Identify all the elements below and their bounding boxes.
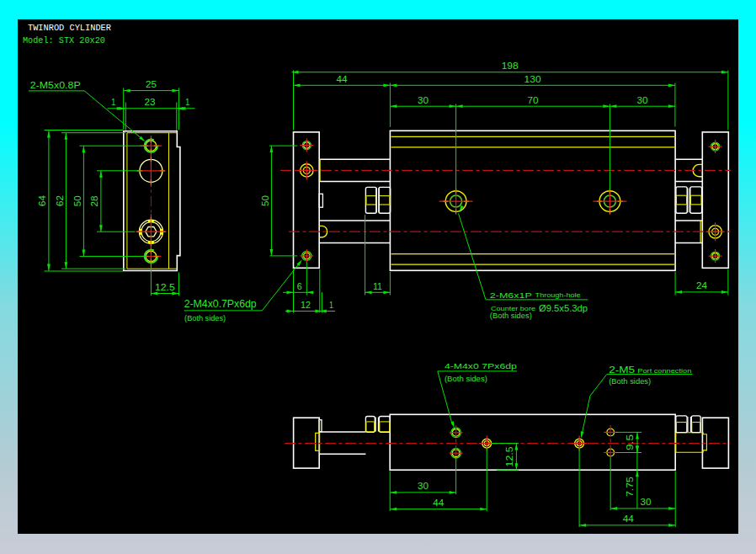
svg-text:44: 44 [433, 498, 444, 508]
svg-text:64: 64 [37, 195, 47, 206]
svg-text:(Both sides): (Both sides) [445, 375, 487, 383]
svg-text:130: 130 [524, 74, 541, 84]
svg-text:Ø9.5x5.3dp: Ø9.5x5.3dp [539, 303, 588, 313]
svg-text:9.5: 9.5 [625, 434, 635, 450]
svg-text:(Both sides): (Both sides) [184, 313, 226, 322]
svg-text:TWINROD CYLINDER: TWINROD CYLINDER [28, 23, 112, 33]
svg-text:11: 11 [373, 281, 382, 291]
svg-text:44: 44 [623, 514, 634, 524]
svg-text:62: 62 [55, 195, 65, 206]
svg-text:30: 30 [637, 95, 648, 105]
svg-text:23: 23 [145, 97, 156, 107]
svg-text:25: 25 [146, 79, 157, 89]
svg-text:2-M5: 2-M5 [609, 365, 635, 375]
svg-text:4-M4x0 7Px6dp: 4-M4x0 7Px6dp [445, 361, 517, 370]
svg-text:30: 30 [418, 481, 429, 491]
svg-text:2-M5x0.8P: 2-M5x0.8P [30, 80, 81, 90]
svg-text:(Both sides): (Both sides) [609, 377, 651, 386]
svg-text:12: 12 [301, 300, 311, 310]
svg-text:1: 1 [185, 97, 189, 107]
svg-text:24: 24 [696, 280, 707, 290]
svg-text:Through-hole: Through-hole [535, 292, 581, 299]
svg-text:44: 44 [336, 74, 347, 84]
svg-text:Model: STX 20x20: Model: STX 20x20 [23, 35, 105, 45]
svg-text:1: 1 [329, 300, 333, 310]
svg-text:12.5: 12.5 [504, 446, 514, 466]
svg-text:Counter bore: Counter bore [491, 305, 536, 312]
svg-text:50: 50 [72, 195, 83, 206]
svg-text:2-M4x0.7Px6dp: 2-M4x0.7Px6dp [184, 298, 257, 310]
svg-text:(Both sides): (Both sides) [490, 312, 532, 320]
svg-text:30: 30 [418, 95, 429, 105]
svg-text:12.5: 12.5 [155, 282, 175, 292]
svg-text:Port connection: Port connection [637, 367, 691, 375]
svg-text:7.75: 7.75 [625, 477, 635, 497]
svg-text:6: 6 [297, 281, 302, 291]
svg-text:198: 198 [502, 61, 519, 71]
svg-text:50: 50 [260, 195, 270, 206]
svg-text:70: 70 [528, 95, 539, 105]
svg-text:28: 28 [89, 196, 99, 207]
svg-text:1: 1 [111, 97, 115, 107]
svg-text:30: 30 [641, 497, 652, 507]
svg-text:2-M6x1P: 2-M6x1P [490, 290, 532, 300]
